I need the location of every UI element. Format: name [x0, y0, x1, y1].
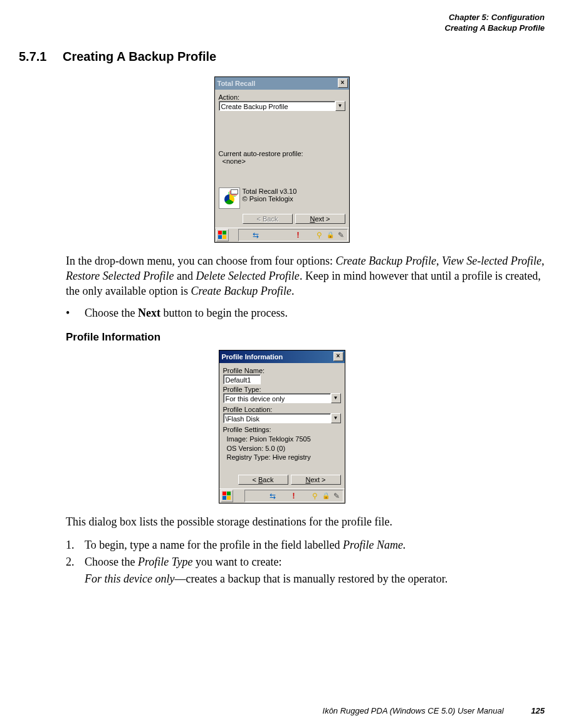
- profile-name-input[interactable]: Default1: [223, 374, 261, 384]
- header-section: Creating A Backup Profile: [19, 23, 545, 34]
- start-button[interactable]: [216, 229, 229, 241]
- lock-icon[interactable]: 🔒: [322, 492, 330, 500]
- paragraph-2: This dialog box lists the possible stora…: [66, 514, 545, 529]
- tray-icon[interactable]: [273, 231, 281, 240]
- profile-info-dialog: Profile Information × Profile Name: Defa…: [219, 350, 345, 504]
- windows-flag-icon: [218, 231, 226, 239]
- action-label: Action:: [219, 93, 345, 101]
- taskbar[interactable]: ⇆ ! ⚲ 🔒 ✎: [219, 488, 345, 503]
- tray-icon[interactable]: [247, 492, 256, 500]
- profile-type-label: Profile Type:: [223, 386, 341, 393]
- profile-location-value: \Flash Disk: [223, 413, 331, 423]
- current-profile-label: Current auto-restore profile:: [219, 150, 345, 157]
- profile-type-value: For this device only: [223, 393, 331, 403]
- about-line1: Total Recall v3.10: [243, 187, 297, 195]
- pen-icon[interactable]: ✎: [332, 492, 341, 500]
- system-tray[interactable]: ⇆ ! ⚲ 🔒 ✎: [244, 490, 343, 502]
- lock-icon[interactable]: 🔒: [326, 231, 335, 240]
- tray-icon[interactable]: [241, 231, 249, 240]
- back-button: < Back: [243, 214, 293, 224]
- action-value: Create Backup Profile: [219, 101, 335, 111]
- tray-icon[interactable]: [305, 231, 313, 240]
- chevron-down-icon[interactable]: ▼: [335, 101, 345, 111]
- ordered-list: 1. To begin, type a name for the profile…: [66, 537, 545, 588]
- tray-icon[interactable]: [283, 231, 292, 240]
- total-recall-dialog: Total Recall × Action: Create Backup Pro…: [214, 76, 350, 243]
- profile-name-label: Profile Name:: [223, 367, 341, 374]
- start-button[interactable]: [221, 490, 233, 502]
- subheading: Profile Information: [66, 331, 545, 344]
- profile-settings: Image: Psion Teklogix 7505 OS Version: 5…: [223, 435, 341, 463]
- page-number: 125: [531, 706, 545, 715]
- bulb-icon[interactable]: ⚲: [315, 231, 324, 240]
- alert-icon[interactable]: !: [294, 231, 303, 240]
- close-icon[interactable]: ×: [338, 78, 348, 88]
- profile-settings-label: Profile Settings:: [223, 426, 341, 433]
- window-title: Total Recall: [217, 80, 256, 87]
- close-icon[interactable]: ×: [333, 352, 343, 361]
- system-tray[interactable]: ⇆ ! ⚲ 🔒 ✎: [238, 229, 348, 241]
- tray-icon[interactable]: [262, 231, 271, 240]
- profile-type-combo[interactable]: For this device only ▼: [223, 393, 341, 403]
- tray-icon[interactable]: ⇆: [268, 492, 277, 500]
- total-recall-icon: [219, 187, 240, 209]
- tray-icon[interactable]: [279, 492, 288, 500]
- bulb-icon[interactable]: ⚲: [311, 492, 320, 500]
- profile-location-label: Profile Location:: [223, 406, 341, 413]
- footer-book-title: Ikôn Rugged PDA (Windows CE 5.0) User Ma…: [323, 706, 504, 715]
- profile-location-combo[interactable]: \Flash Disk ▼: [223, 413, 341, 423]
- alert-icon[interactable]: !: [290, 492, 298, 500]
- back-button[interactable]: < Back: [238, 475, 288, 485]
- titlebar[interactable]: Total Recall ×: [215, 77, 349, 90]
- action-combo[interactable]: Create Backup Profile ▼: [219, 101, 345, 111]
- windows-flag-icon: [223, 492, 231, 500]
- section-heading: 5.7.1Creating A Backup Profile: [19, 50, 545, 64]
- header-chapter: Chapter 5: Configuration: [19, 13, 545, 23]
- paragraph-1: In the drop-down menu, you can choose fr…: [66, 253, 545, 299]
- bullet-item: •Choose the Next button to begin the pro…: [66, 307, 545, 320]
- titlebar[interactable]: Profile Information ×: [219, 351, 345, 363]
- tray-icon[interactable]: [300, 492, 309, 500]
- page-footer: Ikôn Rugged PDA (Windows CE 5.0) User Ma…: [19, 706, 545, 715]
- window-title: Profile Information: [222, 353, 283, 361]
- section-title-text: Creating A Backup Profile: [63, 50, 216, 63]
- page-header: Chapter 5: Configuration Creating A Back…: [19, 13, 545, 34]
- pen-icon[interactable]: ✎: [337, 231, 345, 240]
- section-number: 5.7.1: [19, 50, 63, 64]
- tray-icon[interactable]: [258, 492, 266, 500]
- next-button[interactable]: Next >: [295, 214, 345, 224]
- next-button[interactable]: Next >: [291, 475, 341, 485]
- about-row: Total Recall v3.10 © Psion Teklogix: [219, 187, 345, 209]
- tray-icon[interactable]: ⇆: [251, 231, 260, 240]
- chevron-down-icon[interactable]: ▼: [331, 413, 341, 423]
- chevron-down-icon[interactable]: ▼: [331, 393, 341, 403]
- about-line2: © Psion Teklogix: [243, 195, 297, 203]
- taskbar[interactable]: ⇆ ! ⚲ 🔒 ✎: [215, 228, 349, 242]
- current-profile-value: <none>: [219, 157, 345, 165]
